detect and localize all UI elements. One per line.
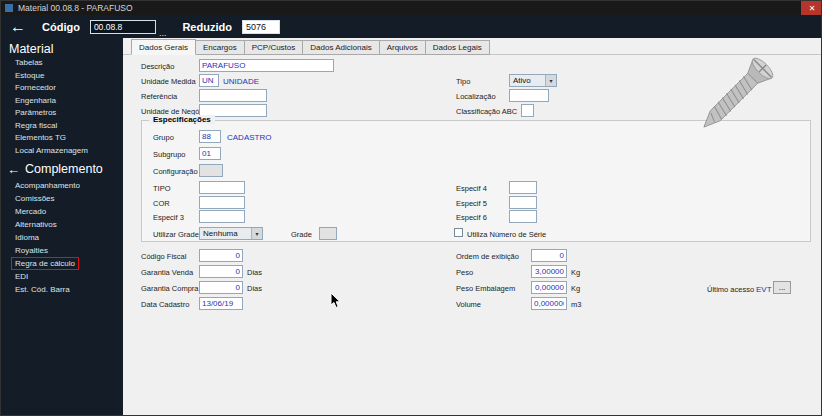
tab-pcp-custos[interactable]: PCP/Custos	[245, 40, 304, 55]
sidebar-header-complemento: Complemento	[25, 162, 103, 176]
data-cadastro-label: Data Cadastro	[141, 300, 189, 309]
title-bar: Material 00.08.8 - PARAFUSO ✕	[1, 1, 822, 15]
subgrupo-label: Subgrupo	[153, 150, 186, 159]
ultimo-acesso-label: Último acesso	[707, 285, 754, 294]
tipo-label: Tipo	[456, 77, 470, 86]
sidebar-item-alternativos[interactable]: Alternativos	[15, 220, 57, 229]
unidade-medida-desc: UNIDADE	[223, 77, 259, 86]
codigo-input[interactable]	[90, 20, 156, 34]
peso-embalagem-unit: Kg	[571, 284, 580, 293]
especif5-input[interactable]	[509, 196, 537, 209]
grade-label: Grade	[291, 230, 312, 239]
back-arrow-icon[interactable]: ←	[10, 19, 26, 35]
sidebar-item-acompanhamento[interactable]: Acompanhamento	[15, 181, 80, 190]
chevron-down-icon: ▾	[251, 228, 262, 239]
sidebar-header-material: Material	[9, 42, 53, 56]
grupo-input[interactable]	[199, 130, 221, 143]
tipo-especif-label: TIPO	[153, 184, 171, 193]
especif5-label: Especif 5	[456, 199, 487, 208]
reduzido-label: Reduzido	[182, 21, 232, 33]
top-bar: ← Código ... Reduzido	[1, 15, 822, 38]
codigo-label: Código	[42, 21, 80, 33]
unidade-medida-input[interactable]	[199, 74, 219, 87]
sidebar-item-engenharia[interactable]: Engenharia	[15, 96, 56, 105]
ordem-exibicao-input[interactable]	[531, 249, 567, 262]
cor-input[interactable]	[199, 196, 245, 209]
volume-input[interactable]	[531, 297, 567, 310]
garantia-venda-unit: Dias	[247, 268, 262, 277]
especif6-label: Especif 6	[456, 213, 487, 222]
main-panel: Dados Gerais Encargos PCP/Custos Dados A…	[123, 38, 822, 416]
garantia-compra-label: Garantia Compra	[141, 284, 199, 293]
chevron-down-icon: ▾	[545, 75, 556, 86]
sidebar-item-local-armazenagem[interactable]: Local Armazenagem	[15, 146, 88, 155]
sidebar-item-comissoes[interactable]: Comissões	[15, 194, 55, 203]
sidebar-item-elementos-tg[interactable]: Elementos TG	[15, 133, 66, 142]
tab-encargos[interactable]: Encargos	[196, 40, 245, 55]
tipo-value: Ativo	[510, 76, 545, 85]
sidebar-item-tabelas[interactable]: Tabelas	[15, 58, 43, 67]
tab-dados-adicionais[interactable]: Dados Adicionais	[303, 40, 379, 55]
configuracao-label: Configuração	[153, 167, 198, 176]
sidebar-item-estoque[interactable]: Estoque	[15, 71, 44, 80]
cor-label: COR	[153, 199, 170, 208]
garantia-compra-unit: Dias	[247, 284, 262, 293]
window-title: Material 00.08.8 - PARAFUSO	[18, 3, 133, 13]
descricao-input[interactable]	[199, 59, 334, 72]
especif3-label: Especif 3	[153, 213, 184, 222]
sidebar: Material Tabelas Estoque Fornecedor Enge…	[1, 38, 123, 416]
sidebar-item-idioma[interactable]: Idioma	[15, 233, 39, 242]
unidade-medida-label: Unidade Medida	[141, 77, 196, 86]
app-icon	[5, 4, 13, 12]
peso-input[interactable]	[531, 265, 567, 278]
sidebar-item-mercado[interactable]: Mercado	[15, 207, 46, 216]
referencia-label: Referência	[141, 92, 177, 101]
ultimo-acesso-value: EVT	[756, 285, 772, 294]
sidebar-item-edi[interactable]: EDI	[15, 272, 28, 281]
sidebar-item-parametros[interactable]: Parâmetros	[15, 108, 56, 117]
material-window: Material 00.08.8 - PARAFUSO ✕ ← Código .…	[0, 0, 822, 416]
configuracao-input	[199, 164, 223, 177]
especif4-input[interactable]	[509, 181, 537, 194]
classificacao-abc-label: Classificação ABC	[456, 107, 517, 116]
numero-serie-checkbox[interactable]	[454, 228, 463, 237]
mouse-cursor	[330, 292, 342, 310]
especif4-label: Especif 4	[456, 184, 487, 193]
referencia-input[interactable]	[199, 89, 267, 102]
codigo-lookup-button[interactable]: ...	[159, 28, 167, 38]
sidebar-item-est-cod-barra[interactable]: Est. Cód. Barra	[15, 285, 70, 294]
screw-product-image	[679, 46, 791, 158]
peso-unit: Kg	[571, 268, 580, 277]
sidebar-item-regra-de-calculo[interactable]: Regra de cálculo	[11, 257, 79, 270]
ultimo-acesso-browse-button[interactable]: ...	[773, 281, 791, 294]
volume-label: Volume	[456, 300, 481, 309]
garantia-venda-input[interactable]	[199, 265, 243, 278]
tab-arquivos[interactable]: Arquivos	[380, 40, 426, 55]
tipo-especif-input[interactable]	[199, 181, 245, 194]
codigo-fiscal-input[interactable]	[199, 249, 243, 262]
tab-dados-gerais[interactable]: Dados Gerais	[131, 39, 196, 55]
garantia-compra-input[interactable]	[199, 281, 243, 294]
peso-embalagem-input[interactable]	[531, 281, 567, 294]
classificacao-abc-input[interactable]	[521, 104, 534, 117]
sidebar-item-royalties[interactable]: Royalties	[15, 246, 48, 255]
localizacao-input[interactable]	[509, 89, 549, 102]
data-cadastro-input[interactable]	[199, 297, 243, 310]
codigo-fiscal-label: Código Fiscal	[141, 252, 186, 261]
sidebar-item-fornecedor[interactable]: Fornecedor	[15, 83, 56, 92]
especif3-input[interactable]	[199, 210, 245, 223]
peso-embalagem-label: Peso Embalagem	[456, 284, 515, 293]
especif6-input[interactable]	[509, 210, 537, 223]
peso-label: Peso	[456, 268, 473, 277]
descricao-label: Descrição	[141, 62, 174, 71]
utilizar-grade-select[interactable]: Nenhuma ▾	[199, 227, 263, 240]
sidebar-item-regra-fiscal[interactable]: Regra fiscal	[15, 121, 57, 130]
especificacoes-title: Especificações	[149, 115, 215, 124]
tab-dados-legais[interactable]: Dados Legais	[426, 40, 490, 55]
complemento-back-arrow-icon[interactable]: ←	[7, 163, 20, 176]
numero-serie-label: Utiliza Número de Série	[467, 230, 546, 239]
close-icon[interactable]: ✕	[801, 1, 822, 15]
tipo-select[interactable]: Ativo ▾	[509, 74, 557, 87]
subgrupo-input[interactable]	[199, 147, 221, 160]
reduzido-input[interactable]	[242, 20, 280, 34]
